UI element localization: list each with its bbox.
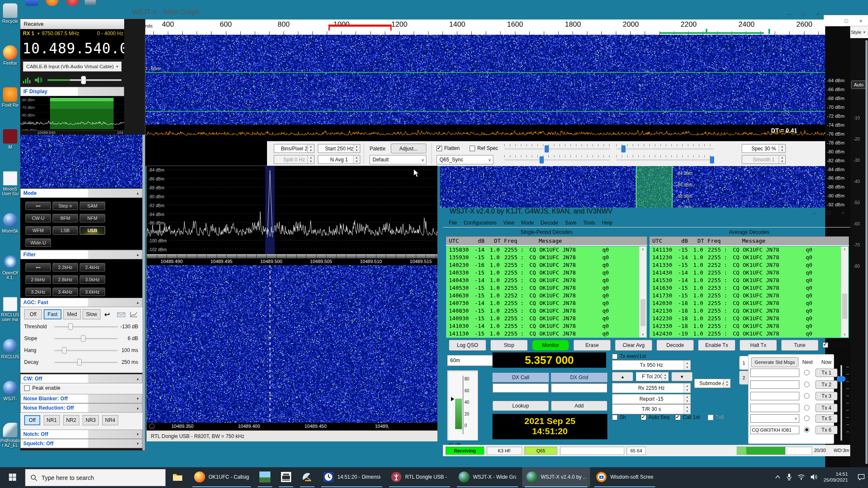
tx6-next-radio[interactable] — [804, 427, 810, 433]
mode-button[interactable]: NFM — [80, 214, 105, 222]
equalizer-icon[interactable] — [23, 77, 31, 83]
notch-header[interactable]: Notch: Off▼ — [20, 430, 142, 439]
clear-avg-button[interactable]: Clear Avg — [615, 340, 652, 351]
audio-input-combo[interactable]: CABLE-B Input (VB-Audio Virtual Cable)▾ — [23, 61, 122, 72]
start-spinner[interactable]: Start 250 Hz▲▼ — [318, 144, 360, 153]
menu-item[interactable]: View — [500, 220, 518, 226]
bins-pixel-spinner[interactable]: Bins/Pixel 2▲▼ — [274, 144, 314, 153]
call-1st-checkbox[interactable]: Call 1st — [675, 414, 700, 420]
tr-period-spinner[interactable]: T/R 30 s▲▼ — [612, 404, 691, 414]
decode-row[interactable]: 140530-151.02255:CQ OK1UFC JN78q0 — [446, 285, 647, 292]
agc-graph-icon[interactable] — [130, 311, 138, 318]
menu-item[interactable]: Tools — [580, 220, 598, 226]
close-icon[interactable]: × — [811, 11, 825, 17]
minimize-icon[interactable]: – — [782, 11, 796, 17]
desktop-icon[interactable]: RXCLUS user ma — [0, 297, 20, 339]
scrollbar[interactable]: ∧∨ — [639, 247, 646, 337]
mode-button[interactable]: ••• — [25, 202, 51, 210]
noise-blanker-header[interactable]: Noise Blanker: Off▼ — [20, 394, 142, 403]
decode-row[interactable]: 140630-151.02252:CQ OK1UFC JN78q0 — [446, 292, 647, 300]
taskbar-button-wide-graph[interactable]: WSJT-X - Wide Graph — [454, 467, 520, 487]
taskbar-button-dimension4[interactable]: 14:51:20 - Dimensio... — [319, 467, 385, 487]
chevron-down-icon[interactable]: ▼ — [862, 30, 866, 34]
desktop-icon[interactable]: Recycle — [0, 3, 20, 45]
decode-row[interactable]: 141330-151.02252:CQ OK1UFC JN78q0 — [650, 262, 849, 269]
decode-row[interactable]: 140330-151.02255:CQ OK1UFC JN78q0 — [446, 269, 647, 277]
tune-button[interactable]: Tune — [781, 340, 818, 351]
peak-enable-checkbox[interactable]: Peak enable — [24, 385, 61, 391]
desktop-top-icon-clock[interactable] — [66, 0, 79, 6]
tab-1[interactable]: 1 — [739, 356, 748, 370]
decode-button[interactable]: Decode — [657, 340, 694, 351]
volume-slider-handle[interactable] — [81, 76, 86, 84]
chevron-down-icon[interactable]: ▼ — [37, 32, 40, 36]
tx2-now-button[interactable]: Tx 2 — [815, 380, 837, 389]
filter-button[interactable]: 3.6kHz — [80, 288, 105, 296]
monitor-button[interactable]: Monitor — [532, 340, 569, 351]
rx-freq-spinner[interactable]: Rx 2255 Hz▲▼ — [612, 383, 691, 393]
decode-row[interactable]: 141730-151.02255:CQ OK1UFC JN78q0 — [650, 292, 849, 300]
menus-checkbox[interactable]: Menus — [823, 342, 846, 348]
filter-button[interactable]: 3.2kHz — [25, 288, 51, 296]
tray-clock[interactable]: 14:51 25/09/2021 — [823, 471, 848, 483]
sh-checkbox[interactable]: Sh — [612, 414, 626, 420]
decode-row[interactable]: 135830-141.02255:CQ OK1UFC JN78q0 — [446, 247, 647, 254]
band-combo[interactable]: 60m∨ — [447, 355, 499, 366]
auto-seq-checkbox[interactable]: Auto Seq — [641, 414, 669, 420]
nr-button[interactable]: NR2 — [63, 415, 79, 425]
tab-2[interactable]: 2 — [739, 371, 748, 385]
filter-button[interactable]: 2.2kHz — [53, 263, 78, 272]
nr-button[interactable]: NR3 — [83, 415, 99, 425]
taskbar-button-wsjtx-active[interactable]: WSJT-X v2.4.0 by ... — [522, 467, 590, 487]
ftol-spinner[interactable]: F Tol 200▲▼ — [636, 372, 669, 381]
log-qso-button[interactable]: Log QSO — [449, 340, 486, 351]
decode-row[interactable]: 140230-161.02255:CQ OK1UFC JN78q0 — [446, 262, 647, 269]
tx1-message-field[interactable] — [750, 369, 799, 377]
report-spinner[interactable]: Report -15▲▼ — [612, 394, 691, 404]
cw-panel-header[interactable]: CW: Off▲ — [20, 374, 142, 383]
taskbar-button-rtl[interactable]: RTL Dongle USB - R... — [387, 467, 453, 487]
spec-spinner[interactable]: Spec 30 %▲▼ — [742, 144, 786, 153]
maximize-icon[interactable]: □ — [839, 18, 854, 24]
stop-button[interactable]: Stop — [490, 340, 528, 351]
tx6-checkbox[interactable]: Tx6 — [708, 414, 724, 420]
decode-row[interactable]: 141230-141.02255:CQ OK1UFC JN78q0 — [650, 254, 849, 262]
lookup-button[interactable]: Lookup — [492, 401, 549, 411]
desktop-top-icon-camera[interactable] — [46, 0, 58, 6]
wifi-icon[interactable] — [798, 474, 805, 480]
tx6-now-button[interactable]: Tx 6 — [815, 426, 837, 434]
taskbar-button-antenna-photo[interactable] — [255, 467, 275, 487]
microphone-icon[interactable] — [787, 474, 792, 480]
mode-button[interactable]: SAM — [80, 202, 105, 210]
decode-row[interactable]: 142130-181.02255:CQ OK1UFC JN78q0 — [650, 308, 849, 315]
flatten-checkbox[interactable]: Flatten — [437, 145, 460, 151]
spectrum-gain-slider[interactable] — [504, 155, 610, 161]
wsjtx-titlebar[interactable]: WSJT-X v2.4.0 by K1JT, G4WJS, K9AN, and … — [443, 208, 850, 218]
desktop-icon[interactable]: PstRotator AZ_EL — [0, 423, 20, 465]
mode-button[interactable]: BFM — [53, 214, 78, 222]
tx4-message-field[interactable] — [750, 404, 799, 412]
add-button[interactable]: Add — [551, 401, 607, 411]
noise-reduction-header[interactable]: Noise Reduction: Off▲ — [20, 403, 142, 413]
speaker-icon[interactable] — [35, 77, 43, 83]
frequency-display[interactable]: 10.489.540.000 — [20, 38, 124, 59]
navg-spinner[interactable]: N Avg 1▲▼ — [318, 155, 360, 164]
search-box[interactable]: Type here to search — [25, 469, 166, 486]
decode-row[interactable]: 140430-141.02255:CQ OK1UFC JN78q0 — [446, 277, 647, 285]
agc-button[interactable]: Slow — [83, 309, 100, 319]
tx3-now-button[interactable]: Tx 3 — [815, 392, 837, 400]
menu-item[interactable]: Help — [598, 220, 616, 226]
erase-button[interactable]: Erase — [573, 340, 611, 351]
decode-row[interactable]: 142030-181.02255:CQ OK1UFC JN78q0 — [650, 300, 849, 308]
mode-panel-header[interactable]: Mode▲ — [20, 189, 142, 198]
style-button[interactable]: Style — [851, 30, 861, 35]
taskbar-button-pstrotator[interactable] — [298, 467, 317, 487]
close-icon[interactable]: × — [854, 18, 868, 24]
palette-combo[interactable]: Default∨ — [370, 155, 426, 164]
volume-slider[interactable] — [47, 79, 122, 81]
filter-button[interactable]: 2.6kHz — [25, 275, 51, 284]
decode-row[interactable]: 142430-191.02255:CQ OK1UFC JN78q0 — [650, 330, 849, 338]
spectrum-mode-combo[interactable]: Q65_Sync∨ — [437, 155, 493, 164]
smooth-spinner[interactable]: Smooth 1▲▼ — [742, 155, 786, 164]
decode-row[interactable]: 141130-151.02255:CQ OK1UFC JN78q0 — [650, 247, 849, 254]
